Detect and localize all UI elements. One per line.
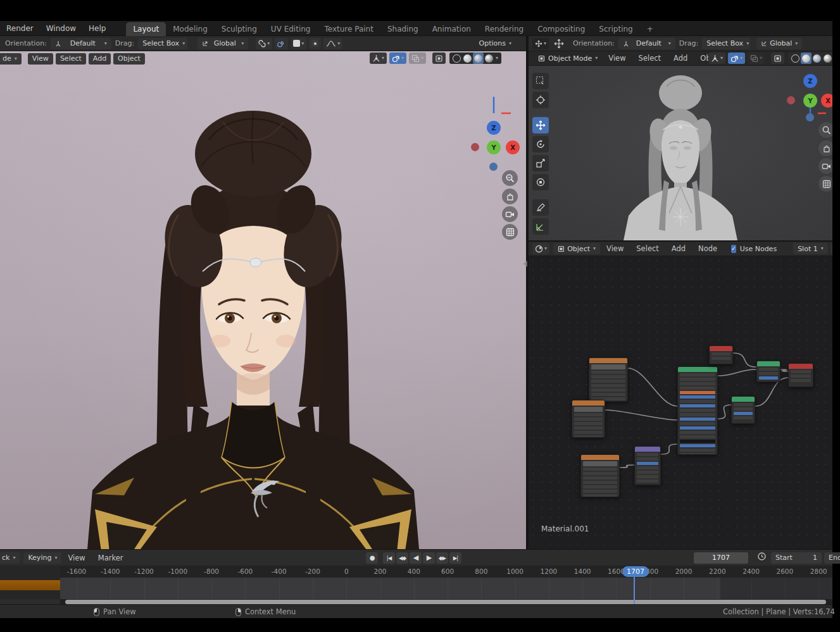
editor-type-button[interactable]: ▾ [532,243,549,254]
menu-help[interactable]: Help [82,24,112,33]
node-socket-row[interactable] [734,403,753,406]
node-socket-row[interactable] [583,485,617,488]
current-frame-badge[interactable]: 1707 [622,566,649,577]
node-socket-row[interactable] [591,384,625,387]
snapping-icon-button[interactable]: ▾ [256,38,272,49]
secondary-3d-viewport[interactable]: Object Mode ▾ View Select Add Object ▾ ▾… [529,51,832,240]
node-socket-row[interactable] [680,373,715,376]
tool-transform[interactable] [532,174,549,190]
node-socket-row[interactable] [680,404,715,407]
gizmo-axis-x-neg[interactable] [471,143,479,151]
node-header[interactable] [710,346,732,351]
material-preview-toggle[interactable]: ▾ [831,243,832,254]
blend-mode-icon-button[interactable]: ▾ [291,38,306,49]
gizmo-axis-y[interactable]: Y [803,94,817,108]
keying-dropdown[interactable]: Keying ▾ [23,552,61,564]
node-socket-row[interactable] [734,412,753,415]
previous-keyframe-button[interactable]: ◀◆ [396,552,408,564]
proportional-editing-icon-button[interactable] [275,38,288,49]
playback-dropdown-truncated[interactable]: ck ▾ [0,552,20,564]
node-socket-row[interactable] [591,371,625,374]
node-socket-row[interactable] [680,382,715,385]
tool-rotate[interactable] [532,136,549,152]
solid-shading-active[interactable] [801,53,812,64]
node-socket-row[interactable] [637,480,658,483]
menu-view[interactable]: View [600,244,630,253]
node-socket-row[interactable] [680,413,715,416]
node-socket-row[interactable] [680,395,715,399]
normal-map-node[interactable] [634,446,661,485]
node-socket-row[interactable] [574,413,603,416]
menu-object[interactable]: Object [113,53,145,65]
orthographic-toggle-button[interactable] [818,176,832,192]
node-socket-row[interactable] [591,375,625,378]
node-header[interactable] [635,447,660,452]
play-reverse-button[interactable]: ◀ [410,552,422,564]
pan-button[interactable] [502,189,518,204]
gizmo-axis-z[interactable]: Z [803,74,817,88]
node-header[interactable] [589,358,627,363]
drag-dropdown[interactable]: Select Box ▾ [138,38,187,49]
node-socket-row[interactable] [680,400,715,403]
show-gizmos-button[interactable]: ▾ [708,53,725,64]
rendered-shading-button[interactable] [824,54,832,63]
node-socket-row[interactable] [680,426,715,430]
zoom-button[interactable] [818,122,832,138]
tab-layout[interactable]: Layout [126,22,166,36]
node-socket-row[interactable] [680,449,715,452]
shader-node[interactable] [731,396,755,424]
node-socket-row[interactable] [680,453,715,455]
node-socket-row[interactable] [637,475,658,478]
material-preview-shading-button[interactable] [813,54,821,63]
show-overlays-button[interactable]: ▾ [389,53,406,64]
menu-add[interactable]: Add [665,244,692,253]
menu-view[interactable]: View [28,53,53,65]
node-socket-row[interactable] [637,466,658,469]
gizmo-axis-y[interactable]: Y [487,140,501,154]
tab-compositing[interactable]: Compositing [530,22,592,36]
tab-scripting[interactable]: Scripting [592,22,639,36]
node-header[interactable] [572,400,605,406]
node-socket-row[interactable] [574,426,603,430]
node-socket-row[interactable] [734,407,753,411]
transform-orientation-dropdown[interactable]: Default ▾ [618,38,675,49]
tab-modeling[interactable]: Modeling [166,22,215,36]
node-socket-row[interactable] [583,476,617,480]
mix-shader-node[interactable] [756,361,780,382]
node-header[interactable] [581,455,619,460]
menu-select[interactable]: Select [56,53,86,65]
add-workspace-tab[interactable]: + [640,22,660,36]
current-frame-field[interactable]: 1707 [694,552,748,564]
rendered-shading-button[interactable] [485,54,493,63]
node-socket-row[interactable] [574,431,603,434]
gizmo-axis-x[interactable]: X [506,140,520,154]
node-socket-row[interactable] [680,444,715,447]
next-keyframe-button[interactable]: ◆▶ [436,552,448,564]
solid-shading-button[interactable] [463,54,472,63]
menu-window[interactable]: Window [40,24,82,33]
node-socket-row[interactable] [734,416,753,419]
node-socket-row[interactable] [680,387,715,390]
mode-dropdown-truncated[interactable]: de ▾ [0,53,22,65]
show-gizmos-button[interactable]: ▾ [370,53,387,64]
tool-select-box[interactable] [532,73,549,89]
use-preview-range-button[interactable] [757,552,767,564]
show-overlays-button[interactable]: ▾ [728,53,745,64]
render-pass-button[interactable] [432,53,446,64]
node-socket-row[interactable] [711,352,730,356]
summary-channel-strip[interactable] [0,580,60,590]
menu-select[interactable]: Select [630,244,665,253]
toggle-xray-button[interactable]: ▾ [748,53,765,64]
node-header[interactable] [678,367,717,372]
node-graph-canvas[interactable] [529,256,832,549]
node-socket-row[interactable] [637,457,658,461]
node-socket-row[interactable] [591,364,625,369]
node-socket-row[interactable] [680,391,715,394]
material-output-node[interactable] [788,363,813,387]
node-socket-row[interactable] [791,379,811,382]
wireframe-shading-button[interactable] [453,54,461,63]
node-header[interactable] [732,397,755,402]
image-texture-node[interactable] [589,357,628,402]
menu-add[interactable]: Add [667,54,694,63]
toggle-xray-button[interactable]: ▾ [409,53,426,64]
